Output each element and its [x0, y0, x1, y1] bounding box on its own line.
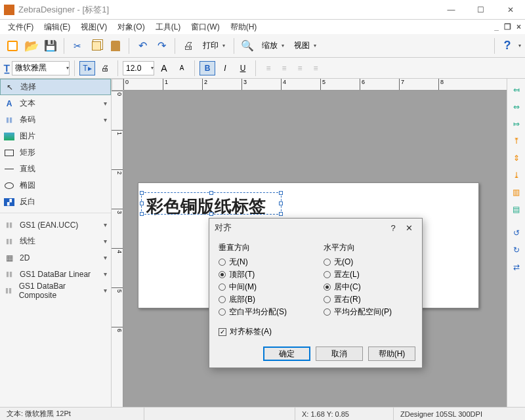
ruler-corner: [112, 79, 123, 91]
new-button[interactable]: [4, 37, 21, 54]
tool-databar-composite[interactable]: ⦀⦀GS1 DataBar Composite▾: [0, 282, 111, 299]
undo-button[interactable]: ↶: [134, 37, 151, 54]
radio-h-none[interactable]: 无(O): [324, 256, 413, 268]
align-center-button[interactable]: ≡: [276, 61, 292, 75]
view-dropdown[interactable]: 视图▾: [290, 39, 320, 52]
save-button[interactable]: 💾: [42, 37, 59, 54]
resize-handle[interactable]: [140, 191, 144, 195]
radio-v-top[interactable]: 顶部(T): [219, 268, 308, 281]
dialog-help-button[interactable]: 帮助(H): [368, 346, 415, 361]
tool-ellipse[interactable]: 椭圆: [0, 177, 111, 194]
bold-button[interactable]: B: [200, 61, 215, 75]
cancel-button[interactable]: 取消: [316, 346, 363, 361]
font-decrease-button[interactable]: A: [174, 61, 190, 75]
font-textual-button[interactable]: T▸: [79, 61, 95, 75]
distribute-v-icon[interactable]: ▤: [509, 202, 524, 217]
mdi-restore-icon[interactable]: ❐: [504, 22, 511, 32]
paste-button[interactable]: [107, 37, 124, 54]
resize-handle[interactable]: [279, 212, 283, 216]
menu-edit[interactable]: 编辑(E): [39, 20, 75, 34]
ok-button[interactable]: 确定: [263, 346, 310, 361]
print-icon-button[interactable]: 🖨: [180, 37, 197, 54]
align-left-button[interactable]: ≡: [261, 61, 276, 75]
minimize-button[interactable]: —: [436, 0, 466, 20]
align-left-icon[interactable]: ⤆: [509, 83, 524, 97]
font-increase-button[interactable]: A: [156, 61, 172, 75]
tool-gs1-ean[interactable]: ⦀⦀GS1 (EAN.UCC)▾: [0, 217, 111, 233]
copy-button[interactable]: [88, 37, 105, 54]
radio-v-none[interactable]: 无(N): [219, 256, 308, 268]
redo-button[interactable]: ↷: [153, 37, 170, 54]
resize-handle[interactable]: [279, 201, 283, 205]
chevron-icon: ▾: [104, 254, 107, 261]
dialog-help-icon[interactable]: ?: [385, 223, 401, 233]
close-button[interactable]: ✕: [495, 0, 525, 20]
resize-handle[interactable]: [140, 201, 144, 205]
tool-databar-linear[interactable]: ⦀⦀GS1 DataBar Linear▾: [0, 266, 111, 282]
radio-h-center[interactable]: 居中(C): [324, 281, 413, 293]
rotate-left-icon[interactable]: ↺: [509, 226, 524, 240]
menu-tools[interactable]: 工具(L): [150, 20, 186, 34]
menu-object[interactable]: 对象(O): [112, 20, 150, 34]
menu-help[interactable]: 帮助(H): [225, 20, 262, 34]
tool-barcode[interactable]: ⦀⦀条码▾: [0, 112, 111, 128]
font-printer-button[interactable]: 🖨: [97, 61, 113, 75]
zoom-icon-button[interactable]: 🔍: [239, 37, 256, 54]
checkbox-align-label[interactable]: ✓对齐标签(A): [219, 326, 413, 337]
selection-box[interactable]: [141, 192, 282, 215]
tool-inverse[interactable]: ▞反白: [0, 194, 111, 210]
align-top-icon[interactable]: ⤒: [509, 134, 524, 148]
text-icon: A: [4, 99, 14, 108]
resize-handle[interactable]: [209, 212, 213, 216]
tool-rect[interactable]: 矩形: [0, 144, 111, 161]
radio-h-right[interactable]: 置右(R): [324, 293, 413, 306]
align-dialog: 对齐 ? ✕ 垂直方向 无(N) 顶部(T) 中间(M) 底部(B) 空白平均分…: [209, 218, 423, 368]
mdi-minimize-icon[interactable]: _: [494, 22, 499, 32]
vertical-group-label: 垂直方向: [219, 242, 308, 253]
tool-2d[interactable]: ▦2D▾: [0, 249, 111, 266]
menu-view[interactable]: 视图(V): [75, 20, 112, 34]
zoom-dropdown[interactable]: 缩放▾: [258, 39, 288, 52]
cut-button[interactable]: ✂: [69, 37, 86, 54]
font-name-select[interactable]: 微软雅黑▾: [12, 61, 70, 75]
radio-v-mid[interactable]: 中间(M): [219, 281, 308, 293]
tool-picture[interactable]: 图片: [0, 128, 111, 144]
font-size-select[interactable]: 12.0▾: [123, 61, 154, 75]
dialog-close-icon[interactable]: ✕: [401, 223, 417, 233]
barcode-icon: ⦀⦀: [4, 220, 14, 230]
menu-window[interactable]: 窗口(W): [186, 20, 224, 34]
align-center-v-icon[interactable]: ⇕: [509, 151, 524, 165]
chevron-icon: ▾: [104, 287, 107, 294]
align-right-button[interactable]: ≡: [292, 61, 308, 75]
menu-file[interactable]: 文件(F): [3, 20, 39, 34]
toolbox-panel: ↖选择 A文本▾ ⦀⦀条码▾ 图片 矩形 直线 椭圆 ▞反白 ⦀⦀GS1 (EA…: [0, 79, 112, 407]
tool-line[interactable]: 直线: [0, 161, 111, 177]
tool-linear[interactable]: ⦀⦀线性▾: [0, 233, 111, 249]
separator: [64, 38, 64, 54]
radio-v-space[interactable]: 空白平均分配(S): [219, 306, 308, 318]
window-title: ZebraDesigner - [标签1]: [18, 4, 436, 16]
mdi-close-icon[interactable]: ×: [516, 22, 521, 32]
help-dropdown-icon[interactable]: ▾: [518, 43, 521, 49]
resize-handle[interactable]: [209, 191, 213, 195]
open-button[interactable]: 📂: [23, 37, 40, 54]
align-justify-button[interactable]: ≡: [308, 61, 324, 75]
print-dropdown[interactable]: 打印▾: [199, 39, 229, 52]
radio-h-left[interactable]: 置左(L): [324, 268, 413, 281]
tool-text[interactable]: A文本▾: [0, 95, 111, 112]
resize-handle[interactable]: [279, 191, 283, 195]
maximize-button[interactable]: ☐: [466, 0, 495, 20]
radio-v-bot[interactable]: 底部(B): [219, 293, 308, 306]
align-bottom-icon[interactable]: ⤓: [509, 168, 524, 182]
tool-select[interactable]: ↖选择: [0, 79, 111, 95]
italic-button[interactable]: I: [217, 61, 233, 75]
align-center-h-icon[interactable]: ⇔: [509, 100, 524, 114]
resize-handle[interactable]: [140, 212, 144, 216]
underline-button[interactable]: U: [235, 61, 251, 75]
align-right-icon[interactable]: ⤇: [509, 117, 524, 131]
rotate-right-icon[interactable]: ↻: [509, 243, 524, 257]
distribute-h-icon[interactable]: ▥: [509, 185, 524, 200]
radio-h-space[interactable]: 平均分配空间(P): [324, 306, 413, 318]
flip-icon[interactable]: ⇄: [509, 260, 524, 274]
help-button[interactable]: ?: [499, 37, 516, 54]
